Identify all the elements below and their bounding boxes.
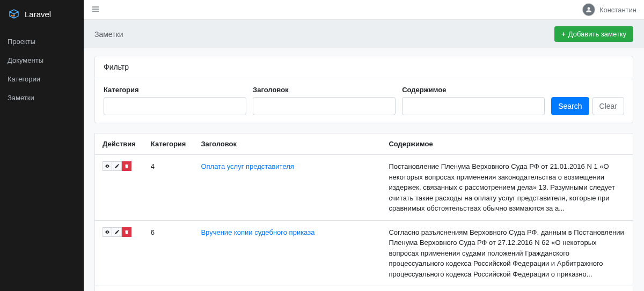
- add-note-button[interactable]: + Добавить заметку: [554, 26, 633, 42]
- filter-title-label: Заголовок: [253, 86, 396, 94]
- avatar-icon: [582, 3, 595, 16]
- edit-icon[interactable]: [112, 161, 122, 171]
- username: Константин: [599, 6, 636, 14]
- sidebar-item-documents[interactable]: Документы: [0, 51, 84, 70]
- edit-icon[interactable]: [112, 227, 122, 237]
- th-content: Содержимое: [381, 133, 633, 155]
- th-category: Категория: [143, 133, 194, 155]
- notes-table: Действия Категория Заголовок Содержимое …: [94, 133, 633, 291]
- sidebar-nav: Проекты Документы Категории Заметки: [0, 28, 84, 107]
- view-icon[interactable]: [103, 161, 112, 171]
- cell-content: Согласно разъяснениям Верховного Суда РФ…: [381, 220, 633, 286]
- brand[interactable]: Laravel: [0, 0, 84, 28]
- plus-icon: +: [561, 30, 566, 38]
- filter-category-input[interactable]: [104, 97, 246, 115]
- cell-category: 6: [143, 220, 194, 286]
- page-header: Заметки + Добавить заметку: [84, 20, 644, 48]
- table-row: 6Вручение копии судебного приказаСогласн…: [95, 220, 633, 286]
- note-title-link[interactable]: Вручение копии судебного приказа: [201, 228, 314, 236]
- filter-category-group: Категория: [104, 86, 246, 115]
- sidebar-item-notes[interactable]: Заметки: [0, 88, 84, 107]
- filter-card: Фильтр Категория Заголовок Содержимое: [94, 56, 633, 123]
- cell-content: Постановление Пленума Верховного Суда РФ…: [381, 155, 633, 221]
- filter-title: Фильтр: [95, 56, 633, 78]
- sidebar-item-categories[interactable]: Категории: [0, 70, 84, 88]
- content: Фильтр Категория Заголовок Содержимое: [84, 48, 644, 291]
- table-row: 7Образцы заявлений и порядок обращенийПо…: [95, 286, 633, 292]
- sidebar: Laravel Проекты Документы Категории Заме…: [0, 0, 84, 291]
- user-menu[interactable]: Константин: [582, 3, 636, 16]
- sidebar-item-projects[interactable]: Проекты: [0, 32, 84, 51]
- hamburger-icon[interactable]: [91, 5, 100, 15]
- note-title-link[interactable]: Оплата услуг представителя: [201, 162, 294, 170]
- filter-title-input[interactable]: [253, 97, 396, 115]
- delete-icon[interactable]: [122, 161, 131, 171]
- delete-icon[interactable]: [122, 227, 131, 237]
- main-area: Константин Заметки + Добавить заметку Фи…: [84, 0, 644, 291]
- cell-content: Порядок обращения с кассационными жалоба…: [381, 286, 633, 292]
- filter-content-label: Содержимое: [402, 86, 545, 94]
- brand-logo-icon: [8, 8, 20, 20]
- search-button[interactable]: Search: [551, 97, 589, 115]
- cell-category: 4: [143, 155, 194, 221]
- filter-content-group: Содержимое: [402, 86, 545, 115]
- filter-title-group: Заголовок: [253, 86, 396, 115]
- cell-category: 7: [143, 286, 194, 292]
- filter-category-label: Категория: [104, 86, 246, 94]
- table-row: 4Оплата услуг представителяПостановление…: [95, 155, 633, 221]
- clear-button[interactable]: Clear: [592, 97, 624, 115]
- brand-text: Laravel: [25, 10, 51, 19]
- page-title: Заметки: [94, 30, 123, 39]
- th-title: Заголовок: [193, 133, 381, 155]
- view-icon[interactable]: [103, 227, 112, 237]
- th-actions: Действия: [95, 133, 143, 155]
- filter-content-input[interactable]: [402, 97, 545, 115]
- topbar: Константин: [84, 0, 644, 20]
- add-note-label: Добавить заметку: [568, 30, 626, 38]
